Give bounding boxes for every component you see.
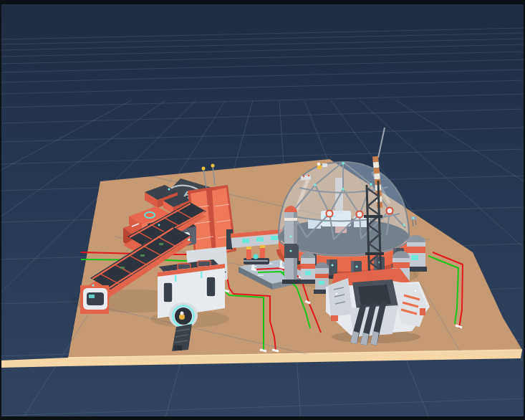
airlock-corner-light — [201, 272, 203, 278]
astronaut-pack — [322, 163, 327, 167]
hall-mast-tip — [202, 167, 206, 171]
pump-post — [260, 247, 265, 258]
greenhouse-plants — [120, 267, 125, 269]
pump-post-cap — [246, 247, 251, 249]
game-viewport[interactable]: H — [0, 0, 525, 420]
astronaut-helmet — [180, 312, 184, 315]
drone-light — [413, 217, 415, 219]
pump-orb — [254, 254, 259, 259]
scaffold-platform — [364, 215, 382, 218]
silo-band — [284, 218, 297, 221]
corridor-window — [271, 236, 278, 240]
silo-tower[interactable] — [282, 206, 299, 284]
silo-light — [289, 249, 292, 252]
greenhouse-plants — [159, 243, 163, 245]
launcher-rivet — [336, 293, 337, 295]
airlock-window — [163, 282, 173, 302]
greenhouse-door-window — [87, 292, 104, 305]
dome-tank[interactable] — [299, 252, 317, 284]
hall-mast-tip — [211, 164, 215, 168]
airlock-window — [206, 277, 216, 297]
greenhouse-plants — [140, 254, 145, 257]
airlock-hatch — [198, 261, 211, 267]
corridor-window — [242, 239, 249, 243]
silo-base — [282, 280, 299, 284]
astronaut-helmet — [317, 163, 321, 166]
corridor-window — [256, 237, 264, 242]
pump-post-cap — [260, 245, 265, 248]
greenhouse-door-glow — [89, 295, 95, 298]
airlock-corner-light — [175, 275, 177, 282]
silo-light — [289, 235, 292, 237]
pump-post — [246, 248, 251, 259]
launcher-rivet — [415, 290, 416, 292]
scaffold-platform — [365, 252, 384, 255]
launcher-block — [420, 308, 425, 315]
greenhouse-light — [158, 224, 160, 226]
greenhouse-light — [92, 285, 95, 287]
launcher-block — [331, 315, 338, 321]
conveyor-item — [174, 345, 182, 350]
frame-bar-left — [0, 0, 1, 420]
module-light — [168, 188, 170, 191]
frame-bar-top — [0, 0, 525, 4]
frame-bar-bottom — [0, 416, 525, 420]
